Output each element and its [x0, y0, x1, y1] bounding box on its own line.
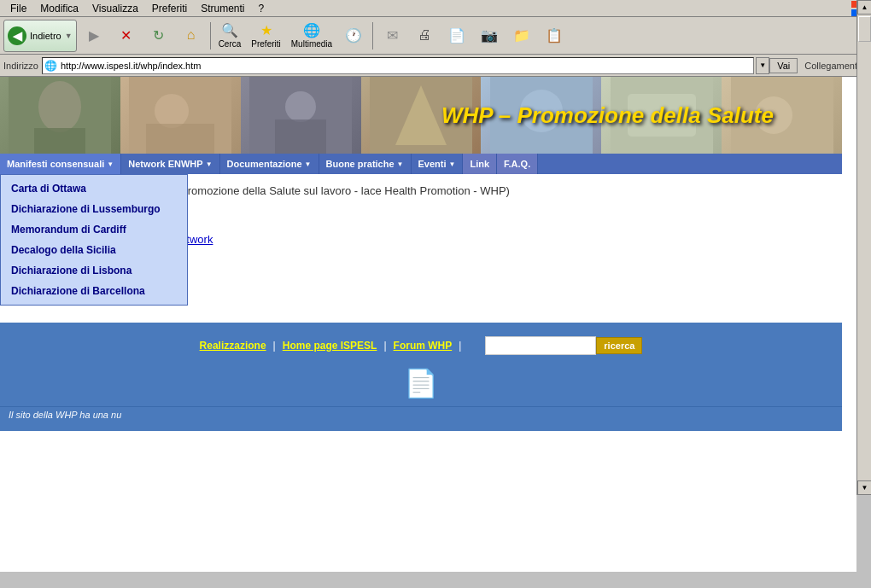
nav-link-label: Link — [470, 159, 489, 169]
extra-button-2[interactable]: 📁 — [506, 20, 537, 52]
menu-file[interactable]: File — [3, 1, 33, 16]
edit-button[interactable]: 📄 — [441, 20, 472, 52]
address-input[interactable] — [61, 61, 751, 71]
nav-link[interactable]: Link — [463, 154, 497, 174]
svg-point-8 — [155, 94, 189, 128]
scrollbar-right: ▲ ▼ — [856, 0, 871, 495]
mail-button[interactable]: ✉ — [377, 20, 407, 52]
refresh-button[interactable]: ↻ — [143, 20, 174, 52]
extra-button-3[interactable]: 📋 — [539, 20, 570, 52]
menu-modifica[interactable]: Modifica — [33, 1, 85, 16]
document-icon: 📄 — [404, 367, 438, 399]
search-button[interactable]: ricerca — [596, 337, 642, 354]
content-area: WHP – Promozione della Salute Manifesti … — [0, 77, 856, 572]
go-button[interactable]: Vai — [769, 58, 798, 73]
nav-manifesti-label: Manifesti consensuali — [7, 159, 104, 169]
nav-faq-label: F.A.Q. — [504, 159, 530, 169]
mail-icon: ✉ — [387, 27, 398, 44]
svg-rect-12 — [275, 119, 326, 154]
bottom-section: Realizzazione | Home page ISPESL | Forum… — [0, 323, 842, 431]
nav-documentazione-label: Documentazione — [227, 159, 302, 169]
dropdown-item-2[interactable]: Memorandum di Cardiff — [1, 219, 187, 240]
nav-faq[interactable]: F.A.Q. — [497, 154, 538, 174]
multimedia-button[interactable]: 🌐 Multimedia — [287, 20, 336, 52]
print-button[interactable]: 🖨 — [409, 20, 440, 52]
bottom-link-forum[interactable]: Forum WHP — [394, 340, 453, 352]
scroll-thumb[interactable] — [858, 16, 871, 42]
history-button[interactable]: 🕐 — [338, 20, 369, 52]
dropdown-item-3[interactable]: Decalogo della Sicilia — [1, 240, 187, 260]
main-wrapper: WHP – Promozione della Salute Manifesti … — [0, 77, 871, 572]
menu-strumenti[interactable]: Strumenti — [194, 1, 251, 16]
history-icon: 🕐 — [345, 27, 362, 44]
scroll-down-button[interactable]: ▼ — [857, 480, 871, 495]
status-bar-bottom: Il sito della WHP ha una nu — [0, 406, 842, 422]
header-banner: WHP – Promozione della Salute — [0, 77, 842, 154]
favorites-button[interactable]: ★ Preferiti — [247, 20, 284, 52]
nav-eventi[interactable]: Eventi ▼ — [412, 154, 464, 174]
bottom-icon-area: 📄 — [0, 360, 842, 406]
nav-eventi-arrow: ▼ — [449, 160, 456, 168]
edit-icon: 📄 — [448, 27, 465, 44]
refresh-icon: ↻ — [153, 27, 164, 44]
stop-button[interactable]: ✕ — [111, 20, 142, 52]
back-label: Indietro — [30, 31, 61, 41]
banner-photo-3 — [241, 77, 361, 154]
nav-bar: Manifesti consensuali ▼ Carta di Ottawa … — [0, 154, 842, 174]
scroll-track — [857, 16, 871, 42]
svg-point-11 — [285, 91, 316, 122]
bottom-link-homepage[interactable]: Home page ISPESL — [283, 340, 377, 352]
forward-icon: ▶ — [89, 27, 99, 44]
menu-bar: File Modifica Visualizza Preferiti Strum… — [0, 0, 871, 17]
separator-1 — [210, 22, 211, 49]
scroll-up-button[interactable]: ▲ — [857, 0, 871, 15]
search-button[interactable]: 🔍 Cerca — [214, 20, 246, 52]
nav-buone-pratiche[interactable]: Buone pratiche ▼ — [319, 154, 412, 174]
info-icon: 📋 — [546, 27, 563, 44]
page-icon: 🌐 — [44, 60, 57, 72]
dropdown-menu: Carta di Ottawa Dichiarazione di Lussemb… — [0, 174, 188, 306]
print-icon: 🖨 — [418, 27, 431, 43]
banner-title: WHP – Promozione della Salute — [441, 102, 774, 129]
nav-buone-pratiche-label: Buone pratiche — [326, 159, 395, 169]
dropdown-item-5[interactable]: Dichiarazione di Barcellona — [1, 281, 187, 301]
extra-button-1[interactable]: 📷 — [474, 20, 505, 52]
search-label: Cerca — [219, 39, 242, 49]
nav-network[interactable]: Network ENWHP ▼ — [121, 154, 219, 174]
nav-manifesti[interactable]: Manifesti consensuali ▼ Carta di Ottawa … — [0, 154, 121, 174]
banner-photo-2 — [120, 77, 241, 154]
back-button[interactable]: ◀ Indietro ▼ — [3, 20, 77, 52]
separator-bottom-1: | — [273, 340, 276, 352]
bottom-link-realizzazione[interactable]: Realizzazione — [200, 340, 266, 352]
multimedia-label: Multimedia — [291, 39, 332, 49]
svg-point-5 — [38, 81, 81, 132]
banner-photo-1 — [0, 77, 120, 154]
nav-eventi-label: Eventi — [418, 159, 447, 169]
dropdown-item-1[interactable]: Dichiarazione di Lussemburgo — [1, 199, 187, 219]
menu-help[interactable]: ? — [252, 1, 272, 16]
dropdown-item-0[interactable]: Carta di Ottawa — [1, 178, 187, 199]
stop-icon: ✕ — [120, 27, 132, 44]
nav-manifesti-arrow: ▼ — [107, 160, 114, 168]
nav-buone-pratiche-arrow: ▼ — [397, 160, 404, 168]
search-icon: 🔍 — [221, 22, 238, 38]
menu-preferiti[interactable]: Preferiti — [145, 1, 194, 16]
address-bar: Indirizzo 🌐 ▼ Vai Collegamenti » — [0, 55, 871, 77]
favorites-icon: ★ — [260, 22, 272, 38]
home-button[interactable]: ⌂ — [176, 20, 207, 52]
menu-visualizza[interactable]: Visualizza — [85, 1, 145, 16]
bottom-links: Realizzazione | Home page ISPESL | Forum… — [0, 331, 842, 360]
svg-rect-6 — [34, 128, 85, 154]
nav-network-arrow: ▼ — [206, 160, 213, 168]
forward-button[interactable]: ▶ — [79, 20, 109, 52]
dropdown-item-4[interactable]: Dichiarazione di Lisbona — [1, 260, 187, 281]
address-input-wrapper: 🌐 — [42, 57, 754, 74]
search-input[interactable] — [485, 336, 596, 355]
address-dropdown[interactable]: ▼ — [756, 57, 769, 74]
status-text: Il sito della WHP ha una nu — [9, 410, 121, 420]
links-label: Collegamenti — [804, 61, 859, 71]
nav-documentazione[interactable]: Documentazione ▼ — [220, 154, 319, 174]
folder-icon: 📁 — [513, 27, 530, 44]
back-dropdown-arrow[interactable]: ▼ — [65, 32, 73, 40]
separator-2 — [372, 22, 373, 49]
